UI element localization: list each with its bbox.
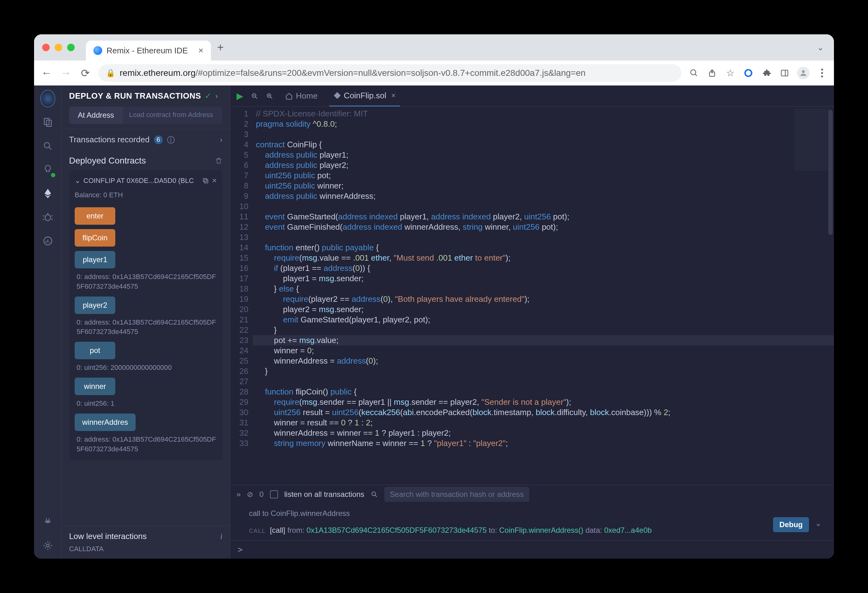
winneraddress-button[interactable]: winnerAddres [75, 413, 136, 431]
sidepanel-icon[interactable] [779, 68, 790, 79]
remix-logo-icon[interactable] [40, 91, 55, 106]
file-explorer-icon[interactable] [40, 115, 55, 130]
at-address-button[interactable]: At Address [69, 106, 123, 124]
scrollbar[interactable] [828, 110, 833, 235]
winneraddress-return: 0: address: 0x1A13B57Cd694C2165Cf505DF5F… [75, 431, 217, 455]
player1-return: 0: address: 0x1A13B57Cd694C2165Cf505DF5F… [75, 268, 217, 292]
svg-point-31 [372, 492, 376, 496]
close-window-button[interactable] [42, 44, 50, 51]
profile-avatar[interactable] [797, 67, 810, 79]
zoom-out-icon[interactable] [251, 93, 258, 100]
svg-point-6 [802, 70, 805, 73]
deployed-contracts: Deployed Contracts ⌄ COINFLIP AT 0X6DE..… [62, 150, 230, 525]
at-address-input[interactable]: Load contract from Address [123, 106, 223, 124]
svg-line-13 [43, 215, 44, 216]
collapse-icon[interactable]: » [236, 490, 241, 499]
reload-button[interactable]: ⟳ [79, 67, 92, 79]
editor-area: ▶ Home CoinFlip.sol × 123456789 [230, 85, 834, 559]
enter-button[interactable]: enter [75, 207, 115, 225]
calldata-label: CALLDATA [69, 541, 223, 553]
close-tab-icon[interactable]: × [391, 91, 396, 100]
compiler-icon[interactable] [40, 162, 55, 177]
deploy-icon[interactable] [40, 186, 55, 201]
search-icon[interactable] [40, 138, 55, 153]
svg-line-1 [695, 74, 697, 76]
search-icon[interactable] [371, 491, 378, 498]
home-tab-label: Home [296, 91, 317, 101]
analytics-icon[interactable] [40, 234, 55, 249]
player2-button[interactable]: player2 [75, 296, 115, 314]
browser-window: Remix - Ethereum IDE × + ⌄ ← → ⟳ 🔒 remix… [34, 34, 834, 559]
terminal-toolbar: » ⊘ 0 listen on all transactions Search … [230, 485, 834, 503]
flipcoin-button[interactable]: flipCoin [75, 229, 115, 247]
listen-checkbox[interactable] [270, 490, 278, 499]
maximize-window-button[interactable] [67, 44, 75, 51]
terminal-prompt[interactable]: > [230, 540, 834, 559]
expand-icon[interactable]: ⌄ [815, 519, 821, 528]
to-label: to: [489, 526, 497, 534]
extension-circle-icon[interactable] [743, 68, 754, 79]
zoom-icon[interactable] [688, 68, 700, 79]
listen-label: listen on all transactions [284, 490, 364, 499]
extensions-icon[interactable] [761, 68, 772, 79]
chrome-menu-icon[interactable] [816, 68, 828, 79]
new-tab-button[interactable]: + [217, 41, 224, 54]
transactions-recorded-section[interactable]: Transactions recorded 6 i › [62, 129, 230, 150]
tabs-dropdown-icon[interactable]: ⌄ [817, 43, 828, 53]
svg-line-32 [375, 495, 377, 497]
svg-line-30 [270, 97, 272, 99]
chevron-right-icon[interactable]: › [215, 92, 218, 100]
chevron-right-icon[interactable]: › [220, 135, 223, 144]
settings-icon[interactable] [40, 538, 55, 553]
toolbar-actions: ☆ [688, 67, 828, 79]
to-value: CoinFlip.winnerAddress() [499, 526, 583, 534]
solidity-icon [334, 92, 341, 99]
pending-count: 0 [259, 490, 263, 499]
close-tab-icon[interactable]: × [198, 46, 204, 56]
pot-return: 0: uint256: 2000000000000000 [75, 359, 217, 373]
clear-icon[interactable]: ⊘ [247, 490, 253, 499]
info-icon[interactable]: i [167, 136, 175, 144]
plugin-manager-icon[interactable] [40, 514, 55, 529]
svg-line-10 [49, 147, 51, 150]
check-icon: ✓ [205, 91, 211, 101]
code-content[interactable]: // SPDX-License-Identifier: MITpragma so… [253, 107, 834, 485]
chrome-tab-strip: Remix - Ethereum IDE × + ⌄ [34, 34, 834, 60]
svg-rect-4 [781, 70, 788, 76]
editor-tabbar: ▶ Home CoinFlip.sol × [230, 85, 834, 107]
svg-line-26 [255, 97, 257, 99]
url-path: /#optimize=false&runs=200&evmVersion=nul… [196, 68, 586, 78]
file-tab[interactable]: CoinFlip.sol × [329, 86, 400, 106]
terminal-output: call to CoinFlip.winnerAddress CALL [cal… [230, 503, 834, 540]
pot-button[interactable]: pot [75, 342, 115, 359]
terminal-search-input[interactable]: Search with transaction hash or address [384, 487, 529, 502]
forward-button[interactable]: → [60, 67, 72, 79]
svg-point-21 [46, 544, 49, 547]
home-tab[interactable]: Home [281, 91, 322, 101]
address-bar[interactable]: 🔒 remix.ethereum.org/#optimize=false&run… [99, 64, 682, 82]
debug-button[interactable]: Debug [773, 517, 809, 532]
line-gutter: 1234567891011121314151617181920212223242… [230, 107, 253, 485]
run-script-icon[interactable]: ▶ [236, 91, 244, 101]
info-icon[interactable]: i [220, 532, 223, 541]
terminal-call-line: CALL [call] from: 0x1A13B57Cd694C2165Cf5… [249, 525, 815, 536]
panel-title: DEPLOY & RUN TRANSACTIONS [69, 91, 201, 101]
code-editor[interactable]: 1234567891011121314151617181920212223242… [230, 107, 834, 485]
trash-icon[interactable] [215, 157, 223, 165]
svg-rect-23 [203, 178, 207, 182]
winner-button[interactable]: winner [75, 378, 115, 395]
share-icon[interactable] [706, 68, 718, 79]
remix-icon-panel [34, 85, 62, 559]
data-value: 0xed7...a4e0b [604, 526, 652, 534]
player1-button[interactable]: player1 [75, 251, 115, 268]
bookmark-icon[interactable]: ☆ [725, 68, 736, 79]
browser-tab[interactable]: Remix - Ethereum IDE × [86, 41, 211, 60]
back-button[interactable]: ← [40, 67, 53, 79]
minimize-window-button[interactable] [55, 44, 62, 51]
chevron-down-icon[interactable]: ⌄ [75, 177, 80, 185]
close-icon[interactable]: × [212, 176, 217, 185]
minimap[interactable] [794, 109, 832, 171]
zoom-in-icon[interactable] [266, 93, 273, 100]
debugger-icon[interactable] [40, 210, 55, 225]
copy-icon[interactable] [202, 177, 209, 184]
